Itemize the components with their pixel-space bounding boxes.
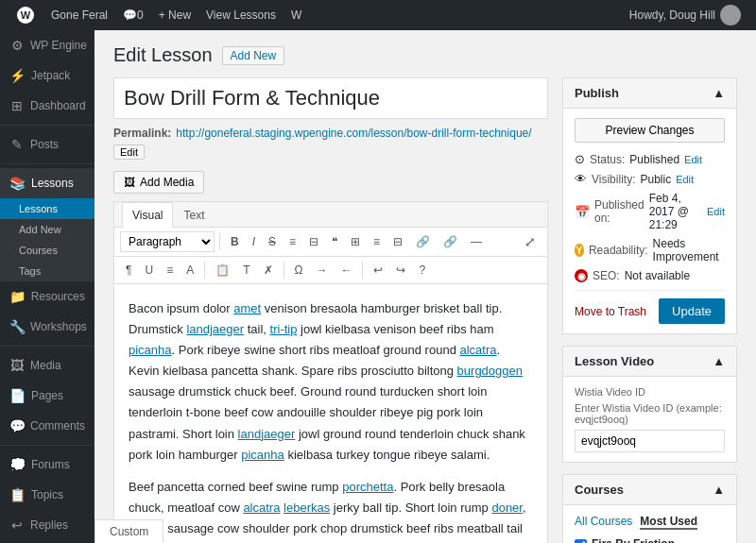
wp-extra[interactable]: W [284, 0, 309, 30]
toolbar-sep3 [284, 262, 284, 279]
sidebar-item-forums[interactable]: 💭 Forums [0, 450, 94, 480]
wistia-input[interactable] [575, 430, 725, 452]
custom-fields-tab[interactable]: Custom [94, 519, 163, 543]
toolbar-align-right[interactable]: ⊟ [387, 232, 408, 251]
visibility-edit-link[interactable]: Edit [676, 174, 694, 185]
tab-most-used[interactable]: Most Used [640, 515, 697, 530]
menu-divider-3 [0, 346, 94, 347]
menu-divider-2 [0, 163, 94, 164]
publish-status-row: ⊙ Status: Published Edit [575, 152, 725, 166]
lesson-video-content: Wistia Video ID Enter Wistia Video ID (e… [563, 377, 736, 462]
toolbar-ul[interactable]: ≡ [284, 232, 301, 251]
sidebar-item-pages[interactable]: 📄 Pages [0, 381, 94, 411]
course-checkbox[interactable] [575, 539, 587, 543]
toolbar-unlink[interactable]: 🔗 [438, 232, 463, 251]
permalink-label: Permalink: [113, 127, 171, 140]
sidebar-item-tags[interactable]: Tags [0, 261, 94, 281]
publish-box-header[interactable]: Publish ▲ [563, 78, 736, 109]
lesson-video-header[interactable]: Lesson Video ▲ [563, 347, 736, 377]
sidebar-item-lessons-parent[interactable]: 📚 Lessons [0, 168, 94, 198]
readability-row: Y Readability: Needs Improvement [575, 237, 725, 263]
site-name[interactable]: Gone Feral [43, 0, 115, 30]
seo-status-icon: ◉ [575, 269, 588, 282]
toolbar-symbols[interactable]: Ω [289, 261, 309, 280]
pages-icon: 📄 [9, 388, 26, 403]
toolbar-paragraph[interactable]: ¶ [120, 261, 137, 280]
toolbar-paste-text[interactable]: T [237, 261, 255, 280]
toolbar-clear[interactable]: ✗ [258, 261, 279, 280]
paragraph-select[interactable]: ParagraphHeading 1Heading 2Heading 3Pref… [120, 231, 215, 252]
tab-text[interactable]: Text [173, 202, 215, 228]
toolbar-paste[interactable]: 📋 [210, 261, 235, 280]
sidebar-item-replies[interactable]: ↩ Replies [0, 510, 94, 540]
sidebar-item-resources[interactable]: 📁 Resources [0, 281, 94, 312]
toolbar-indent[interactable]: → [310, 261, 333, 280]
course-item: Fire By Friction [575, 537, 725, 543]
editor-toolbar-row2: ¶ U ≡ A 📋 T ✗ Ω → ← ↩ ↪ [114, 257, 547, 284]
toolbar-strikethrough[interactable]: S [263, 232, 282, 251]
page-title: Edit Lesson [113, 44, 213, 66]
wp-layout: ⚙ WP Engine ⚡ Jetpack ⊞ Dashboard ✎ Post… [0, 30, 756, 543]
toolbar-help[interactable]: ? [413, 261, 431, 280]
wp-logo[interactable]: W [8, 0, 43, 30]
admin-bar: W Gone Feral 💬 0 + New View Lessons W Ho… [0, 0, 756, 30]
preview-changes-button[interactable]: Preview Changes [575, 118, 725, 143]
update-button[interactable]: Update [659, 298, 725, 324]
sidebar-item-add-new[interactable]: Add New [0, 219, 94, 240]
sidebar-item-comments[interactable]: 💬 Comments [0, 411, 94, 441]
sidebar-item-topics[interactable]: 📋 Topics [0, 480, 94, 510]
publish-box: Publish ▲ Preview Changes ⊙ Status: Publ… [562, 77, 737, 334]
courses-box: Courses ▲ All Courses Most Used Fire By … [562, 474, 737, 543]
toolbar-underline[interactable]: U [139, 261, 159, 280]
add-media-icon: 🖼 [124, 176, 135, 189]
sidebar-item-courses[interactable]: Courses [0, 240, 94, 261]
permalink-row: Permalink: http://goneferal.staging.wpen… [113, 127, 548, 160]
toolbar-justify[interactable]: ≡ [161, 261, 179, 280]
menu-divider-4 [0, 445, 94, 446]
sidebar-item-lessons[interactable]: Lessons [0, 198, 94, 219]
editor-content[interactable]: Bacon ipsum dolor amet venison bresaola … [114, 284, 547, 543]
add-media-button[interactable]: 🖼 Add Media [113, 171, 204, 194]
move-to-trash-link[interactable]: Move to Trash [575, 305, 646, 318]
tab-all-courses[interactable]: All Courses [575, 515, 632, 530]
new-item[interactable]: + New [151, 0, 198, 30]
sidebar-item-media[interactable]: 🖼 Media [0, 350, 94, 381]
toolbar-bold[interactable]: B [225, 232, 245, 251]
permalink-edit-button[interactable]: Edit [113, 144, 145, 160]
lessons-submenu: Lessons Add New Courses Tags [0, 198, 94, 281]
editor-wrap: Visual Text ParagraphHeading 1Heading 2H… [113, 201, 548, 543]
publish-box-content: Preview Changes ⊙ Status: Published Edit… [563, 109, 736, 333]
toolbar-outdent[interactable]: ← [335, 261, 357, 280]
visibility-icon: 👁 [575, 172, 587, 186]
sidebar-item-workshops[interactable]: 🔧 Workshops [0, 312, 94, 342]
status-edit-link[interactable]: Edit [684, 154, 702, 165]
course-list: Fire By FrictionBushcraftMake & Use Your… [575, 537, 725, 543]
comments-count[interactable]: 💬 0 [115, 0, 151, 30]
toolbar-align-center[interactable]: ≡ [368, 232, 386, 251]
tab-visual[interactable]: Visual [122, 202, 173, 228]
toolbar-blockquote[interactable]: ❝ [326, 232, 343, 251]
toolbar-align-left[interactable]: ⊞ [345, 232, 366, 251]
sidebar-item-posts[interactable]: ✎ Posts [0, 129, 94, 160]
sidebar-item-jetpack[interactable]: ⚡ Jetpack [0, 60, 94, 91]
sidebar-item-dashboard[interactable]: ⊞ Dashboard [0, 91, 94, 121]
toolbar-read-more[interactable]: — [465, 232, 488, 251]
calendar-icon: 📅 [575, 205, 590, 219]
toolbar-italic[interactable]: I [247, 232, 261, 251]
date-edit-link[interactable]: Edit [707, 206, 725, 217]
courses-box-header[interactable]: Courses ▲ [563, 475, 736, 505]
toolbar-ol[interactable]: ⊟ [303, 232, 324, 251]
toolbar-undo[interactable]: ↩ [368, 261, 388, 280]
resources-icon: 📁 [9, 289, 26, 304]
toolbar-expand[interactable]: ⤢ [519, 231, 541, 252]
post-title-input[interactable] [113, 77, 548, 119]
toolbar-link[interactable]: 🔗 [410, 232, 436, 251]
view-lessons[interactable]: View Lessons [198, 0, 284, 30]
add-new-button[interactable]: Add New [222, 46, 285, 65]
course-label[interactable]: Fire By Friction [592, 537, 675, 543]
sidebar-item-wp-engine[interactable]: ⚙ WP Engine [0, 30, 94, 60]
permalink-url[interactable]: http://goneferal.staging.wpengine.com/le… [176, 127, 531, 140]
toolbar-text-color[interactable]: A [180, 261, 199, 280]
toolbar-redo[interactable]: ↪ [390, 261, 411, 280]
toolbar-sep2 [204, 262, 205, 279]
